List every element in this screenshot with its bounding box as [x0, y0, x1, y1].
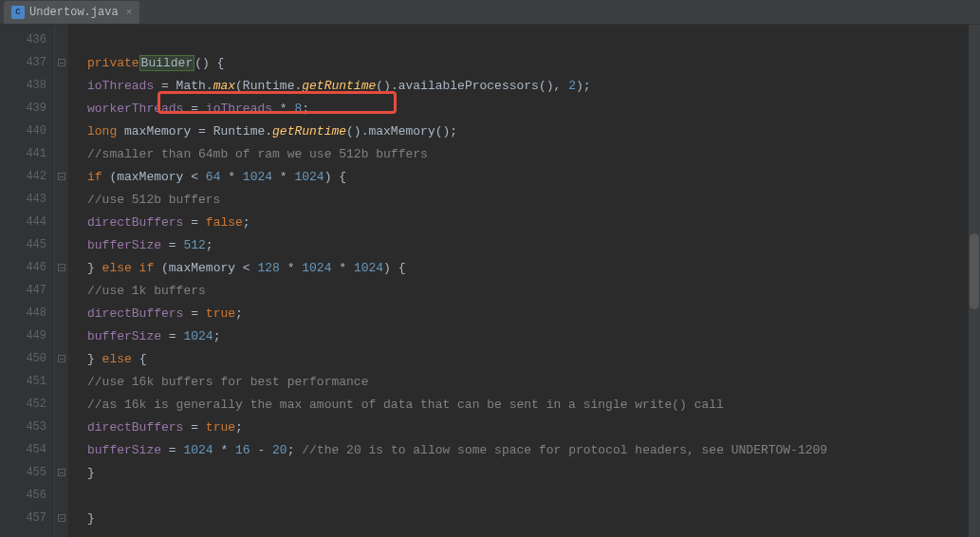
- line-number: 447: [0, 279, 54, 302]
- code-line: }: [87, 507, 980, 529]
- code-line: //smaller than 64mb of ram we use 512b b…: [87, 142, 980, 165]
- fold-marker[interactable]: [58, 469, 65, 476]
- line-number: 453: [0, 416, 54, 438]
- code-line: private Builder() {: [87, 51, 980, 74]
- line-number: 454: [0, 438, 54, 461]
- fold-marker[interactable]: [58, 173, 65, 180]
- line-number: 456: [0, 484, 54, 507]
- line-number: 452: [0, 393, 54, 416]
- code-line: bufferSize = 512;: [87, 233, 980, 256]
- code-line: } else if (maxMemory < 128 * 1024 * 1024…: [87, 256, 980, 279]
- tab-filename: Undertow.java: [29, 6, 119, 19]
- code-line: directBuffers = true;: [87, 302, 980, 324]
- code-line: bufferSize = 1024;: [87, 324, 980, 347]
- code-line: directBuffers = true;: [87, 416, 980, 438]
- line-number-gutter: 436 437 438 439 440 441 442 443 444 445 …: [0, 25, 55, 537]
- line-number: 444: [0, 211, 54, 233]
- line-number: 441: [0, 142, 54, 165]
- code-area[interactable]: private Builder() { ioThreads = Math.max…: [68, 25, 980, 537]
- line-number: 445: [0, 233, 54, 256]
- line-number: 446: [0, 256, 54, 279]
- code-line: //use 1k buffers: [87, 279, 980, 302]
- line-number: 439: [0, 97, 54, 120]
- code-line: long maxMemory = Runtime.getRuntime().ma…: [87, 120, 980, 142]
- line-number: 436: [0, 28, 54, 51]
- fold-marker[interactable]: [58, 264, 65, 271]
- code-line: ioThreads = Math.max(Runtime.getRuntime(…: [87, 74, 980, 97]
- code-line: }: [87, 461, 980, 484]
- code-line: //use 16k buffers for best performance: [87, 370, 980, 393]
- java-class-icon: C: [11, 6, 25, 19]
- code-line: } else {: [87, 347, 980, 370]
- fold-marker[interactable]: [58, 514, 65, 522]
- line-number: 450: [0, 347, 54, 370]
- code-line: directBuffers = false;: [87, 211, 980, 233]
- line-number: 442: [0, 165, 54, 188]
- code-line: //as 16k is generally the max amount of …: [87, 393, 980, 416]
- code-line: [87, 484, 980, 507]
- code-line: bufferSize = 1024 * 16 - 20; //the 20 is…: [87, 438, 980, 461]
- scrollbar-thumb[interactable]: [970, 233, 979, 309]
- line-number: 449: [0, 324, 54, 347]
- code-line: if (maxMemory < 64 * 1024 * 1024) {: [87, 165, 980, 188]
- line-number: 457: [0, 507, 54, 529]
- line-number: 438: [0, 74, 54, 97]
- line-number: 455: [0, 461, 54, 484]
- close-icon[interactable]: ×: [126, 7, 133, 18]
- line-number: 440: [0, 120, 54, 142]
- line-number: 437: [0, 51, 54, 74]
- line-number: 451: [0, 370, 54, 393]
- fold-marker[interactable]: [58, 355, 65, 362]
- code-line: //use 512b buffers: [87, 188, 980, 211]
- editor: 436 437 438 439 440 441 442 443 444 445 …: [0, 25, 980, 537]
- vertical-scrollbar[interactable]: [969, 25, 980, 537]
- fold-marker[interactable]: [58, 59, 65, 66]
- line-number: 443: [0, 188, 54, 211]
- tab-bar: C Undertow.java ×: [0, 0, 980, 25]
- code-line: [87, 28, 980, 51]
- line-number: 448: [0, 302, 54, 324]
- code-line: workerThreads = ioThreads * 8;: [87, 97, 980, 120]
- fold-gutter: [55, 25, 68, 537]
- file-tab[interactable]: C Undertow.java ×: [4, 1, 139, 24]
